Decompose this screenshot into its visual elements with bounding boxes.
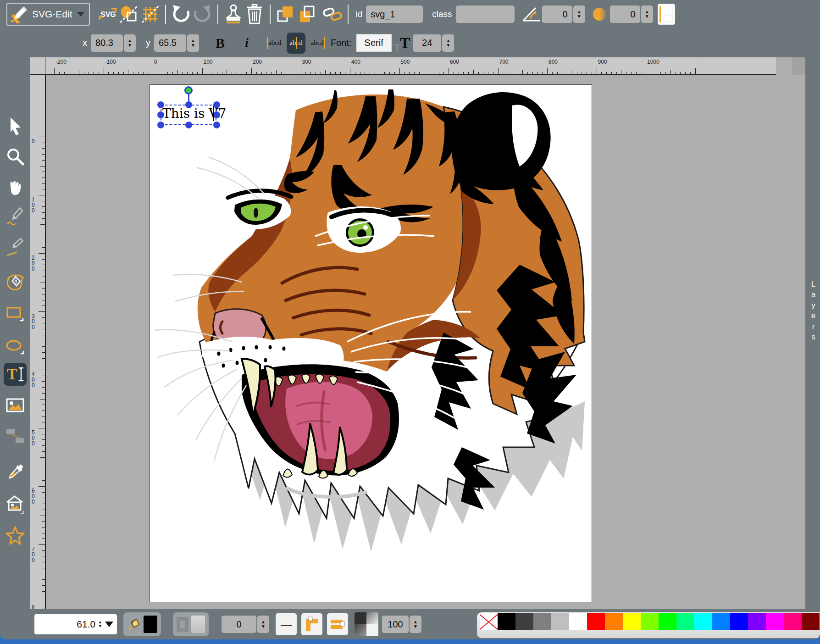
ruler-x-minor-tick	[557, 72, 558, 75]
ruler-x-minor-tick	[281, 72, 282, 75]
x-coordinate-spinner[interactable]: ▲▼	[124, 34, 136, 52]
canvas[interactable]: This is V7	[150, 85, 592, 602]
palette-swatch[interactable]	[802, 613, 820, 630]
zoom-dropdown-icon[interactable]	[105, 622, 113, 627]
ruler-y-minor-tick	[42, 259, 45, 260]
text-anchor-start-button[interactable]: abcd	[264, 33, 284, 54]
opacity-spinner[interactable]: ▲▼	[410, 616, 421, 633]
selection-handle-se[interactable]	[213, 122, 220, 128]
tool-image[interactable]	[4, 394, 27, 417]
ruler-y-major-tick	[39, 603, 45, 603]
palette-swatch[interactable]	[569, 613, 587, 630]
ruler-x-minor-tick	[212, 72, 212, 75]
workarea[interactable]: -200-10001002003004005006007008009001000…	[30, 57, 805, 609]
palette-swatch[interactable]	[748, 613, 766, 630]
source-editor-button[interactable]: SVG	[97, 3, 118, 25]
zoom-control[interactable]: 61.0 ▲▼	[34, 614, 117, 634]
fill-color-swatch[interactable]	[144, 616, 157, 633]
palette-swatch[interactable]	[676, 613, 694, 630]
selection-handle-sw[interactable]	[157, 122, 164, 128]
tool-shape-library[interactable]	[4, 493, 27, 516]
italic-button[interactable]: i	[238, 36, 256, 50]
palette-swatch[interactable]	[515, 613, 533, 630]
palette-swatch[interactable]	[587, 613, 605, 630]
ruler-y-minor-tick	[42, 294, 45, 294]
stroke-width-spinner[interactable]: ▲▼	[257, 616, 269, 633]
ruler-x-major-tick	[153, 68, 153, 75]
selection-handle-nw[interactable]	[157, 101, 164, 108]
ruler-x-major-tick	[251, 68, 252, 75]
palette-swatch-none[interactable]	[480, 613, 498, 630]
palette-swatch[interactable]	[659, 613, 676, 630]
selection-handle-e[interactable]	[213, 111, 220, 118]
document-properties-button[interactable]	[118, 3, 139, 25]
blur-value-input[interactable]	[610, 6, 640, 23]
tool-select[interactable]	[4, 115, 27, 138]
palette-swatch[interactable]	[641, 613, 659, 630]
tool-ellipse[interactable]	[4, 335, 27, 358]
ruler-x-minor-tick	[187, 72, 188, 75]
move-to-front-button[interactable]	[275, 3, 296, 25]
text-anchor-end-button[interactable]: abcd	[308, 33, 328, 54]
tool-path[interactable]	[4, 270, 27, 293]
palette-swatch[interactable]	[766, 613, 784, 630]
palette-swatch[interactable]	[498, 613, 515, 630]
tool-zoom[interactable]	[4, 145, 27, 168]
tool-star[interactable]	[4, 524, 27, 547]
opacity-input[interactable]	[382, 616, 409, 633]
undo-button[interactable]	[171, 3, 192, 25]
x-coordinate-input[interactable]	[91, 34, 123, 52]
move-to-back-button[interactable]	[296, 3, 317, 25]
make-link-button[interactable]	[322, 3, 343, 25]
palette-swatch[interactable]	[623, 613, 641, 630]
clone-button[interactable]	[223, 3, 244, 25]
zoom-spinner[interactable]: ▲▼	[98, 620, 102, 628]
selection-handle-n[interactable]	[185, 101, 192, 108]
rotation-angle-spinner[interactable]: ▲▼	[573, 6, 585, 23]
stroke-linecap-button[interactable]	[327, 613, 348, 635]
tool-pan[interactable]	[4, 175, 27, 198]
ruler-x-minor-tick	[271, 72, 271, 75]
tool-eyedropper[interactable]	[4, 461, 27, 484]
selection-handle-s[interactable]	[185, 122, 192, 128]
palette-swatch[interactable]	[784, 613, 802, 630]
editor-preferences-button[interactable]	[139, 3, 161, 25]
rotate-handle[interactable]	[184, 86, 193, 94]
font-size-spinner[interactable]: ▲▼	[442, 34, 454, 52]
stroke-color-swatch[interactable]	[191, 616, 205, 633]
redo-button[interactable]	[192, 3, 213, 25]
stroke-width-input[interactable]	[222, 616, 256, 633]
y-coordinate-spinner[interactable]: ▲▼	[187, 34, 199, 52]
tool-rectangle[interactable]	[4, 302, 27, 325]
ruler-y-minor-tick	[40, 224, 45, 225]
palette-swatch[interactable]	[730, 613, 748, 630]
align-panel-button[interactable]	[658, 4, 675, 25]
palette-swatch[interactable]	[533, 613, 551, 630]
tool-text[interactable]: T	[4, 363, 27, 386]
stroke-dash-button[interactable]: —	[276, 613, 297, 635]
element-class-input[interactable]	[456, 6, 515, 23]
font-family-button[interactable]: Serif	[356, 34, 392, 52]
blur-value-spinner[interactable]: ▲▼	[641, 6, 653, 23]
y-coordinate-input[interactable]	[154, 34, 186, 52]
palette-swatch[interactable]	[712, 613, 730, 630]
tool-pencil[interactable]	[4, 205, 27, 228]
selection-handle-w[interactable]	[157, 111, 164, 118]
tool-line[interactable]	[4, 236, 27, 259]
element-id-input[interactable]	[366, 6, 423, 23]
palette-swatch[interactable]	[694, 613, 712, 630]
delete-button[interactable]	[244, 3, 265, 25]
font-size-input[interactable]	[413, 34, 441, 52]
palette-swatch[interactable]	[605, 613, 623, 630]
layers-panel-toggle[interactable]: Layers	[805, 57, 820, 609]
text-anchor-middle-button[interactable]: abcd	[287, 33, 305, 54]
opacity-picker-icon[interactable]	[355, 612, 378, 636]
ruler-x-minor-tick	[582, 72, 582, 75]
selection-handle-ne[interactable]	[213, 101, 220, 108]
ruler-y-minor-tick	[42, 434, 45, 434]
rotation-angle-input[interactable]	[542, 6, 572, 23]
stroke-linejoin-button[interactable]	[301, 613, 322, 635]
bold-button[interactable]: B	[210, 35, 230, 51]
main-menu-button[interactable]: SVG-Edit	[6, 3, 90, 26]
palette-swatch[interactable]	[551, 613, 569, 630]
